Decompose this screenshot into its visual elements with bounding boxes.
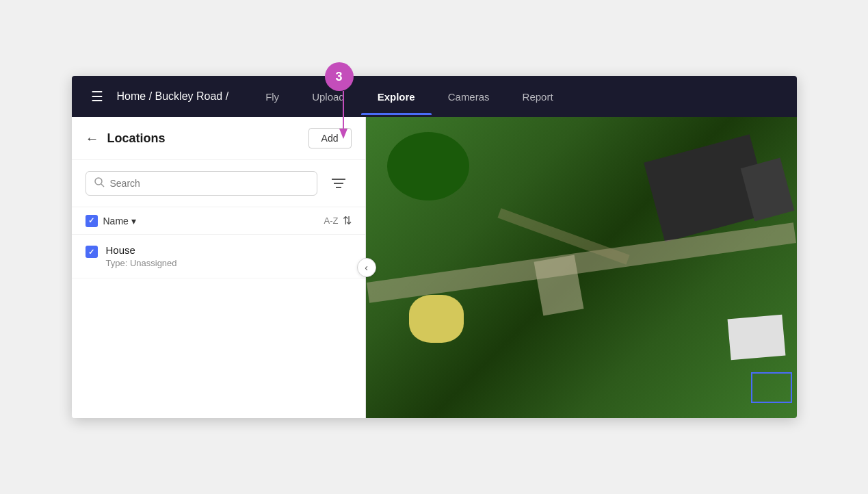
driveway-shape	[534, 255, 583, 315]
sort-label: A-Z	[324, 216, 339, 226]
right-panel: 📅 All time ▾ 🌐 Exterior ⊟ Interior	[366, 117, 797, 418]
left-panel: ← Locations Add	[72, 117, 366, 418]
search-icon	[94, 177, 105, 190]
top-nav: ☰ Home / Buckley Road / Fly Upload Explo…	[72, 76, 797, 117]
panel-header-left: ← Locations	[86, 131, 166, 146]
panel-collapse-button[interactable]: ‹	[357, 258, 376, 277]
list-controls: ✓ Name ▾ A-Z ⇅	[72, 207, 365, 235]
back-button[interactable]: ←	[86, 131, 99, 146]
road-shape	[366, 222, 795, 302]
badge-arrow	[339, 91, 347, 142]
hamburger-menu[interactable]: ☰	[86, 83, 109, 110]
tab-report[interactable]: Report	[506, 79, 570, 115]
list-item[interactable]: ✓ House Type: Unassigned	[72, 235, 365, 278]
panel-title: Locations	[107, 131, 166, 146]
name-column-header[interactable]: Name ▾	[103, 216, 136, 226]
map-view	[366, 117, 797, 418]
tab-fly[interactable]: Fly	[249, 79, 295, 115]
tab-cameras[interactable]: Cameras	[432, 79, 506, 115]
svg-line-3	[101, 184, 104, 187]
sort-controls: A-Z ⇅	[324, 214, 352, 227]
building-shape-3	[727, 315, 785, 361]
breadcrumb: Home / Buckley Road /	[117, 90, 229, 103]
tree-patch-2	[409, 295, 464, 343]
item-name-house: House	[106, 244, 177, 256]
item-checkbox-house[interactable]: ✓	[86, 246, 98, 258]
svg-marker-1	[339, 129, 347, 139]
item-info-house: House Type: Unassigned	[106, 244, 177, 268]
outer-wrapper: 3 ☰ Home / Buckley Road / Fly Upload	[72, 76, 797, 418]
tree-patch-1	[387, 132, 469, 200]
selection-rect	[751, 372, 792, 403]
select-all-checkbox[interactable]: ✓	[86, 215, 98, 227]
item-type-house: Type: Unassigned	[106, 258, 177, 268]
search-input[interactable]	[110, 178, 308, 189]
search-box	[86, 171, 317, 196]
app-window: ☰ Home / Buckley Road / Fly Upload Explo…	[72, 76, 797, 418]
tab-explore[interactable]: Explore	[361, 79, 432, 115]
svg-point-2	[95, 178, 102, 185]
main-content: ← Locations Add	[72, 117, 797, 418]
panel-header: ← Locations Add	[72, 117, 365, 160]
select-all-control: ✓ Name ▾	[86, 215, 324, 227]
step-badge: 3	[325, 62, 354, 91]
panel-toolbar	[72, 160, 365, 207]
sort-icon[interactable]: ⇅	[343, 214, 352, 227]
filter-button[interactable]	[326, 174, 352, 192]
